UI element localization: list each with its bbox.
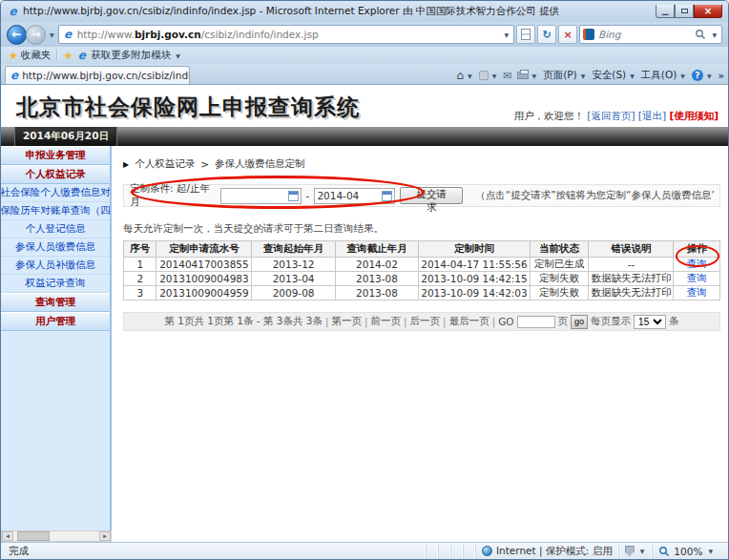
sidebar-section-user[interactable]: 用户管理: [1, 312, 110, 331]
active-tab[interactable]: e http://www.bjrbj.gov.cn/csibiz/indinfo…: [5, 66, 190, 84]
close-button[interactable]: ×: [694, 5, 722, 18]
addons-label: 获取更多附加模块: [91, 49, 171, 62]
scroll-left-icon[interactable]: ◂: [2, 531, 13, 541]
page-icon: e: [62, 29, 74, 41]
table-row: 3 20131009004959 2009-08 2013-08 2013-10…: [124, 286, 720, 301]
page-size-select[interactable]: 15: [634, 315, 666, 329]
header-seq: 序号: [124, 241, 156, 258]
home-link[interactable]: [返回首页]: [587, 110, 635, 121]
bing-logo-icon: [583, 29, 594, 40]
title-bar: e http://www.bjrbj.gov.cn/csibiz/indinfo…: [1, 1, 728, 22]
header-end: 查询截止年月: [335, 241, 418, 258]
forward-button[interactable]: →: [26, 25, 46, 45]
scroll-right-icon[interactable]: ▸: [99, 531, 111, 541]
table-header-row: 序号 定制申请流水号 查询起始年月 查询截止年月 定制时间 当前状态 错误说明 …: [124, 241, 720, 258]
back-button[interactable]: ←: [7, 25, 27, 45]
start-month-field[interactable]: [220, 188, 302, 204]
favorites-label: 收藏夹: [21, 49, 52, 62]
divider: [56, 50, 57, 61]
minimize-button[interactable]: ▁: [656, 5, 675, 18]
sidebar-horizontal-scrollbar[interactable]: ◂ ▸: [1, 530, 112, 542]
end-month-field[interactable]: [314, 188, 395, 204]
internet-zone-icon: [482, 546, 492, 556]
help-icon: ?: [692, 70, 703, 81]
compatibility-view-button[interactable]: [516, 25, 535, 44]
sidebar-item-personal-registration[interactable]: 个人登记信息: [1, 220, 110, 239]
sidebar-section-query[interactable]: 查询管理: [1, 293, 110, 312]
sidebar-section-rights[interactable]: 个人权益记录: [1, 165, 110, 184]
sidebar-section-declare[interactable]: 申报业务管理: [1, 146, 110, 165]
addons-button[interactable]: ★ e 获取更多附加模块 ▼: [63, 49, 182, 62]
goto-page-input[interactable]: [517, 316, 555, 328]
address-bar[interactable]: e http://www.bjrbj.gov.cn/csibiz/indinfo…: [58, 25, 514, 44]
header-start: 查询起始年月: [252, 241, 335, 258]
header-action: 操作: [674, 241, 720, 258]
sidebar-menu: 申报业务管理 个人权益记录 历年社会保险个人缴费信息对账单 社会保险历年对账单查…: [1, 146, 112, 530]
unit-label: 条: [669, 315, 679, 328]
first-page-link[interactable]: 第一页: [332, 315, 363, 328]
page-menu[interactable]: 页面(P)▼: [543, 69, 587, 82]
prev-page-link[interactable]: 前一页: [371, 315, 402, 328]
favorites-button[interactable]: ★ 收藏夹: [9, 49, 51, 62]
search-dropdown-icon[interactable]: ▼: [710, 31, 719, 38]
breadcrumb-root: 个人权益记录: [135, 157, 195, 171]
cell-time: 2014-04-17 11:55:56: [419, 258, 531, 272]
table-row: 1 20140417003855 2013-12 2014-02 2014-04…: [124, 258, 720, 272]
cell-serial: 20131009004983: [156, 272, 252, 286]
command-bar: ⌂▼ ▼ ✉ ▼ 页面(P)▼ 安全(S)▼ 工具(O)▼ ?▼ »: [190, 69, 724, 84]
sidebar-item-statement-query[interactable]: 社会保险历年对账单查询（四险）: [1, 202, 110, 220]
go-button[interactable]: go: [571, 315, 588, 329]
submit-request-button[interactable]: 提交请求: [400, 187, 463, 204]
address-dropdown-icon[interactable]: ▼: [502, 31, 510, 38]
help-button[interactable]: ?▼: [692, 70, 714, 81]
sidebar-item-rights-query[interactable]: 权益记录查询: [1, 275, 110, 293]
cell-start: 2013-04: [252, 272, 335, 286]
sidebar-item-payment-info[interactable]: 参保人员缴费信息: [1, 239, 110, 257]
header-error: 错误说明: [589, 241, 674, 258]
calendar-icon[interactable]: [288, 191, 299, 201]
table-row: 2 20131009004983 2013-04 2013-08 2013-10…: [124, 272, 720, 286]
scrollbar-thumb[interactable]: [17, 531, 50, 541]
print-button[interactable]: ▼: [517, 72, 539, 79]
zoom-control[interactable]: 100% ▼: [652, 545, 720, 558]
read-mail-button[interactable]: ✉: [503, 70, 511, 82]
sidebar-item-supplement-info[interactable]: 参保人员补缴信息: [1, 257, 110, 275]
query-link[interactable]: 查询: [687, 286, 707, 298]
stop-button[interactable]: ×: [558, 25, 577, 44]
search-box[interactable]: Bing ▼: [579, 25, 722, 44]
rss-icon: [479, 71, 489, 80]
sidebar-item-annual-statement[interactable]: 历年社会保险个人缴费信息对账单: [1, 184, 110, 202]
logout-link[interactable]: [退出]: [638, 110, 666, 121]
range-dash: -: [306, 190, 310, 201]
more-commands-chevron[interactable]: »: [719, 71, 724, 81]
end-month-input[interactable]: [317, 190, 382, 201]
protected-mode-button[interactable]: ▼: [618, 545, 653, 558]
maximize-button[interactable]: [675, 5, 694, 18]
form-label: 定制条件: 起/止年月: [130, 182, 216, 209]
window-title: http://www.bjrbj.gov.cn/csibiz/indinfo/i…: [23, 5, 650, 18]
search-icon[interactable]: [695, 29, 706, 40]
safety-menu[interactable]: 安全(S)▼: [592, 69, 635, 82]
cell-end: 2014-02: [335, 258, 418, 272]
history-dropdown-icon[interactable]: ▼: [48, 31, 56, 38]
home-button[interactable]: ⌂▼: [456, 69, 473, 82]
breadcrumb-separator: >: [200, 158, 209, 170]
date-bar: 2014年06月20日: [1, 127, 728, 146]
home-icon: ⌂: [456, 69, 464, 82]
calendar-icon[interactable]: [382, 191, 392, 201]
zoom-icon: [658, 546, 670, 557]
next-page-link[interactable]: 后一页: [410, 315, 441, 328]
start-month-input[interactable]: [223, 190, 288, 201]
favorites-star-icon: ★: [9, 50, 18, 62]
query-link[interactable]: 查询: [687, 272, 707, 283]
tools-menu[interactable]: 工具(O)▼: [641, 69, 687, 82]
cell-status: 定制已生成: [530, 258, 589, 272]
notice-link[interactable]: [使用须知]: [669, 110, 719, 121]
query-link[interactable]: 查询: [687, 258, 707, 269]
feeds-button[interactable]: ▼: [479, 71, 499, 80]
last-page-link[interactable]: 最后一页: [449, 315, 489, 328]
refresh-button[interactable]: ↻: [537, 25, 556, 44]
welcome-text: 用户，欢迎您！: [513, 110, 584, 121]
cell-start: 2013-12: [252, 258, 335, 272]
addons-dropdown-icon: ▼: [174, 52, 182, 59]
